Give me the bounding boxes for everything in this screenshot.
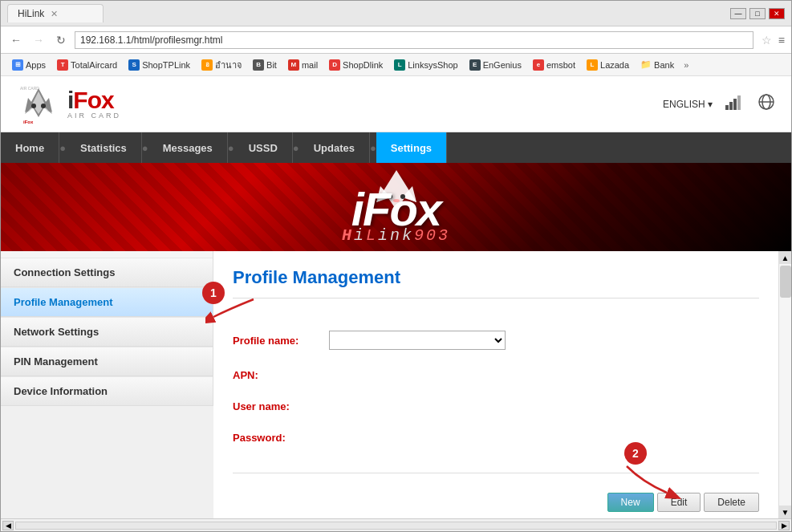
bookmark-bank[interactable]: 📁 Bank bbox=[636, 58, 679, 71]
tab-close-btn[interactable]: ✕ bbox=[51, 9, 58, 19]
page-area: iFox AIR CARD iFox AIR CARD ENGLISH ▾ bbox=[1, 76, 791, 531]
button-section: 2 New Ed bbox=[233, 486, 759, 518]
language-selector[interactable]: ENGLISH ▾ bbox=[663, 99, 713, 110]
bookmark-amnaj[interactable]: อ อำนาจ bbox=[197, 56, 246, 74]
bookmark-lazada[interactable]: L Lazada bbox=[582, 58, 634, 72]
shopdlink-icon: D bbox=[329, 59, 340, 71]
page-title: Profile Management bbox=[233, 267, 759, 298]
app-header: iFox AIR CARD iFox AIR CARD ENGLISH ▾ bbox=[1, 76, 791, 132]
scroll-right-btn[interactable]: ▶ bbox=[778, 521, 790, 530]
sidebar-wrapper: 1 Connection Settings P bbox=[1, 251, 213, 518]
nav-ussd[interactable]: USSD bbox=[234, 132, 293, 163]
username-label: User name: bbox=[233, 400, 329, 412]
engenius-icon: E bbox=[469, 59, 481, 71]
profile-name-row: Profile name: bbox=[233, 321, 759, 359]
sidebar: Connection Settings Profile Management N… bbox=[1, 251, 213, 406]
apn-label: APN: bbox=[233, 369, 329, 381]
maximize-btn[interactable]: □ bbox=[749, 8, 766, 19]
nav-statistics[interactable]: Statistics bbox=[66, 132, 142, 163]
browser-menu-icon[interactable]: ≡ bbox=[778, 34, 785, 47]
bit-icon: B bbox=[253, 59, 264, 71]
bookmark-bit[interactable]: B Bit bbox=[248, 58, 282, 72]
scroll-track bbox=[779, 264, 791, 506]
emsbot-icon: e bbox=[533, 59, 544, 71]
bookmark-linksysshop[interactable]: L LinksysShop bbox=[389, 58, 462, 72]
sidebar-item-network-settings[interactable]: Network Settings bbox=[1, 317, 213, 347]
browser-window: HiLink ✕ — □ ✕ ← → ↻ ☆ ≡ ⊞ Apps T TotalA… bbox=[0, 0, 792, 532]
sidebar-item-connection-settings[interactable]: Connection Settings bbox=[1, 258, 213, 287]
scroll-up-btn[interactable]: ▲ bbox=[779, 251, 791, 264]
reload-btn[interactable]: ↻ bbox=[52, 31, 70, 49]
fox-logo-icon: iFox AIR CARD bbox=[17, 82, 61, 126]
bank-folder-icon: 📁 bbox=[640, 59, 652, 70]
minimize-btn[interactable]: — bbox=[730, 8, 746, 19]
bookmark-totalaircad[interactable]: T TotalAircard bbox=[52, 58, 122, 72]
annotation-2: 2 bbox=[624, 442, 647, 465]
svg-text:AIR CARD: AIR CARD bbox=[20, 86, 39, 91]
svg-rect-10 bbox=[729, 102, 733, 110]
bookmark-apps[interactable]: ⊞ Apps bbox=[7, 58, 51, 72]
bookmark-shoptplink[interactable]: S ShopTPLink bbox=[124, 58, 195, 72]
more-bookmarks-btn[interactable]: » bbox=[680, 59, 692, 71]
logo-area: iFox AIR CARD iFox AIR CARD bbox=[17, 82, 121, 126]
signal-strength-icon bbox=[725, 94, 745, 114]
globe-icon bbox=[757, 93, 775, 115]
nav-bar: Home ● Statistics ● Messages ● USSD ● Up… bbox=[1, 132, 791, 163]
bookmark-star-icon[interactable]: ☆ bbox=[762, 34, 772, 47]
annotation-1: 1 bbox=[202, 282, 225, 304]
svg-rect-12 bbox=[737, 95, 741, 110]
sidebar-item-profile-management[interactable]: Profile Management bbox=[1, 287, 213, 317]
profile-name-label: Profile name: bbox=[233, 335, 329, 347]
svg-rect-11 bbox=[733, 99, 737, 110]
profile-name-select[interactable] bbox=[329, 331, 506, 350]
hero-logo: iFox HiLink903 bbox=[342, 186, 450, 245]
nav-settings[interactable]: Settings bbox=[376, 132, 447, 163]
nav-home[interactable]: Home bbox=[1, 132, 59, 163]
hero-banner: iFox HiLink903 bbox=[1, 163, 791, 251]
brand-logo: iFox AIR CARD bbox=[67, 88, 121, 120]
amnaj-icon: อ bbox=[201, 59, 213, 71]
nav-messages[interactable]: Messages bbox=[148, 132, 228, 163]
totalaircad-icon: T bbox=[57, 59, 68, 71]
bookmark-mail[interactable]: M mail bbox=[283, 58, 323, 72]
window-controls: — □ ✕ bbox=[730, 8, 785, 19]
sidebar-item-pin-management[interactable]: PIN Management bbox=[1, 347, 213, 376]
nav-updates[interactable]: Updates bbox=[299, 132, 370, 163]
delete-button[interactable]: Delete bbox=[704, 493, 759, 512]
mail-icon: M bbox=[288, 59, 299, 71]
scroll-left-btn[interactable]: ◀ bbox=[2, 521, 14, 530]
shoptplink-icon: S bbox=[128, 59, 140, 71]
bookmark-shopdlink[interactable]: D ShopDlink bbox=[324, 58, 388, 72]
h-scroll-track[interactable] bbox=[15, 522, 777, 530]
annotation-arrow-2 bbox=[619, 462, 683, 502]
browser-tab[interactable]: HiLink ✕ bbox=[7, 4, 104, 22]
header-right: ENGLISH ▾ bbox=[663, 93, 775, 115]
address-bar: ← → ↻ ☆ ≡ bbox=[1, 26, 791, 54]
content-wrapper: Profile Management Profile name: bbox=[213, 251, 791, 518]
bookmark-emsbot[interactable]: e emsbot bbox=[528, 58, 580, 72]
close-btn[interactable]: ✕ bbox=[769, 8, 785, 19]
bookmarks-bar: ⊞ Apps T TotalAircard S ShopTPLink อ อำน… bbox=[1, 54, 791, 76]
sidebar-item-device-information[interactable]: Device Information bbox=[1, 376, 213, 406]
password-label: Password: bbox=[233, 432, 329, 444]
apn-row: APN: bbox=[233, 359, 759, 391]
scrollbar[interactable]: ▲ ▼ bbox=[778, 251, 791, 518]
svg-text:iFox: iFox bbox=[23, 120, 34, 124]
svg-point-5 bbox=[31, 104, 36, 108]
username-row: User name: bbox=[233, 391, 759, 422]
profile-name-control bbox=[329, 331, 506, 350]
forward-btn[interactable]: → bbox=[30, 31, 47, 49]
bottom-scrollbar: ◀ ▶ bbox=[1, 518, 791, 531]
scroll-down-btn[interactable]: ▼ bbox=[779, 506, 791, 518]
main-content: 1 Connection Settings P bbox=[1, 251, 791, 518]
lazada-icon: L bbox=[587, 59, 598, 71]
apps-icon: ⊞ bbox=[12, 59, 23, 71]
back-btn[interactable]: ← bbox=[7, 31, 25, 49]
svg-point-6 bbox=[41, 104, 46, 108]
url-input[interactable] bbox=[75, 31, 753, 49]
content-area: Profile Management Profile name: bbox=[213, 251, 778, 518]
scroll-thumb[interactable] bbox=[780, 266, 791, 298]
bookmark-engenius[interactable]: E EnGenius bbox=[465, 58, 526, 72]
svg-rect-9 bbox=[725, 105, 729, 110]
tab-title: HiLink bbox=[18, 8, 44, 19]
